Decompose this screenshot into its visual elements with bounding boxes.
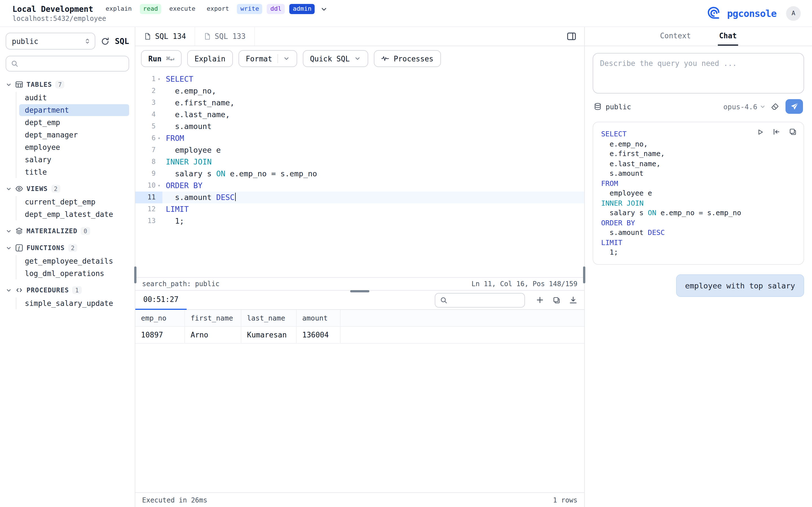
clear-chat-icon[interactable]	[771, 102, 779, 111]
sidebar-item-dept_manager[interactable]: dept_manager	[19, 129, 129, 141]
tab-context[interactable]: Context	[659, 27, 692, 46]
editor-line-3[interactable]: 3 e.first_name,	[135, 97, 584, 109]
chat-code-line: s.amount	[601, 168, 796, 178]
chevron-down-icon[interactable]	[283, 55, 290, 62]
chat-code-line: s.amount DESC	[601, 228, 796, 237]
search-icon	[440, 296, 448, 304]
editor-line-2[interactable]: 2 e.emp_no,	[135, 85, 584, 97]
format-button[interactable]: Format	[238, 50, 297, 67]
sidebar-item-get_employee_details[interactable]: get_employee_details	[19, 255, 129, 267]
badge-ddl[interactable]: ddl	[267, 4, 285, 14]
composer-schema[interactable]: public	[594, 102, 631, 111]
column-header-emp_no[interactable]: emp_no	[135, 310, 185, 326]
chat-input[interactable]	[600, 59, 797, 87]
function-icon: f	[15, 244, 23, 252]
badge-explain[interactable]: explain	[102, 4, 135, 14]
badge-read[interactable]: read	[140, 4, 161, 14]
editor-line-4[interactable]: 4 e.last_name,	[135, 109, 584, 121]
sidebar-item-dept_emp[interactable]: dept_emp	[19, 117, 129, 128]
editor-line-12[interactable]: 12LIMIT	[135, 203, 584, 215]
line-content: ORDER BY	[162, 180, 202, 191]
chat-composer[interactable]	[593, 53, 804, 94]
table-row[interactable]: 10897ArnoKumaresan136004	[135, 327, 584, 344]
sidebar-item-log_dml_operations[interactable]: log_dml_operations	[19, 268, 129, 279]
section-header-materialized[interactable]: MATERIALIZED0	[0, 225, 135, 237]
badge-write[interactable]: write	[237, 4, 262, 14]
assistant-tabs: Context Chat	[585, 27, 812, 46]
run-snippet-icon[interactable]	[757, 128, 764, 136]
sidebar-item-dept_emp_latest_date[interactable]: dept_emp_latest_date	[19, 209, 129, 220]
editor-line-5[interactable]: 5 s.amount	[135, 121, 584, 132]
permission-badges: explainreadexecuteexportwriteddladmin	[102, 4, 315, 14]
sql-mode-label[interactable]: SQL	[115, 37, 129, 46]
model-select[interactable]: opus-4.6	[723, 102, 766, 111]
editor-line-10[interactable]: 10▾ORDER BY	[135, 180, 584, 191]
quick-sql-label: Quick SQL	[310, 54, 350, 63]
explain-label: Explain	[195, 54, 225, 63]
section-header-tables[interactable]: TABLES7	[0, 78, 135, 91]
database-icon	[594, 103, 602, 110]
schema-select[interactable]: public	[6, 33, 95, 50]
sidebar-item-audit[interactable]: audit	[19, 92, 129, 104]
sidebar-item-employee[interactable]: employee	[19, 142, 129, 153]
line-content: 1;	[162, 215, 184, 227]
sidebar-item-salary[interactable]: salary	[19, 154, 129, 166]
tab-sql-133[interactable]: SQL 133	[195, 27, 255, 46]
column-header-first_name[interactable]: first_name	[185, 310, 241, 326]
editor-line-6[interactable]: 6▾FROM	[135, 132, 584, 144]
explain-button[interactable]: Explain	[187, 50, 233, 67]
sidebar-item-current_dept_emp[interactable]: current_dept_emp	[19, 196, 129, 208]
editor-line-9[interactable]: 9 salary s ON e.emp_no = s.emp_no	[135, 168, 584, 180]
refresh-icon[interactable]	[101, 37, 109, 45]
badge-execute[interactable]: execute	[166, 4, 199, 14]
layout-toggle-icon[interactable]	[567, 32, 576, 43]
column-header-amount[interactable]: amount	[297, 310, 341, 326]
line-content: employee e	[162, 144, 221, 156]
editor-line-8[interactable]: 8INNER JOIN	[135, 156, 584, 168]
avatar[interactable]: A	[786, 6, 801, 20]
section-label: MATERIALIZED	[27, 227, 78, 235]
panel-resize-handle[interactable]	[583, 267, 585, 283]
sidebar-search[interactable]	[6, 56, 129, 71]
sidebar-item-title[interactable]: title	[19, 166, 129, 178]
tab-sql-134[interactable]: SQL 134	[135, 27, 195, 46]
editor-line-7[interactable]: 7 employee e	[135, 144, 584, 156]
editor-line-1[interactable]: 1▾SELECT	[135, 73, 584, 85]
results-search-input[interactable]	[451, 296, 520, 304]
chevron-down-icon[interactable]	[320, 5, 328, 13]
results-statusbar: Executed in 26ms 1 rows	[135, 492, 584, 507]
badge-export[interactable]: export	[203, 4, 233, 14]
quick-sql-button[interactable]: Quick SQL	[303, 50, 368, 67]
sql-editor[interactable]: 1▾SELECT2 e.emp_no,3 e.first_name,4 e.la…	[135, 71, 584, 277]
sidebar-item-department[interactable]: department	[19, 104, 129, 116]
editor-line-13[interactable]: 13 1;	[135, 215, 584, 227]
editor-line-11[interactable]: 11 s.amount DESC	[135, 191, 584, 203]
column-header-last_name[interactable]: last_name	[241, 310, 297, 326]
sidebar-item-simple_salary_update[interactable]: simple_salary_update	[19, 297, 129, 309]
section-header-procedures[interactable]: PROCEDURES1	[0, 284, 135, 296]
insert-to-editor-icon[interactable]	[772, 128, 780, 136]
results-search[interactable]	[435, 293, 525, 307]
section-header-functions[interactable]: fFUNCTIONS2	[0, 242, 135, 254]
run-button[interactable]: Run ⌘↵	[141, 50, 182, 67]
tab-chat[interactable]: Chat	[718, 27, 738, 46]
layers-icon	[15, 227, 23, 235]
processes-button[interactable]: Processes	[374, 50, 441, 67]
section-header-views[interactable]: VIEWS2	[0, 182, 135, 195]
line-number: 5	[135, 121, 162, 132]
processes-label: Processes	[394, 54, 434, 63]
copy-results-icon[interactable]	[553, 296, 560, 304]
splitter-handle[interactable]	[350, 290, 369, 292]
badge-admin[interactable]: admin	[290, 4, 315, 14]
sidebar-search-input[interactable]	[22, 59, 124, 68]
sidebar-resize-handle[interactable]	[134, 267, 137, 283]
result-tab-timer[interactable]: 00:51:27	[135, 290, 186, 309]
cell-emp_no: 10897	[135, 327, 185, 343]
download-results-icon[interactable]	[569, 296, 577, 304]
send-button[interactable]	[785, 99, 803, 114]
svg-text:f: f	[18, 245, 20, 251]
assistant-panel: Context Chat public opus-4.6	[584, 27, 812, 507]
add-result-tab-icon[interactable]	[536, 296, 544, 304]
fold-marker-icon: ▾	[156, 73, 162, 85]
copy-snippet-icon[interactable]	[789, 128, 797, 136]
